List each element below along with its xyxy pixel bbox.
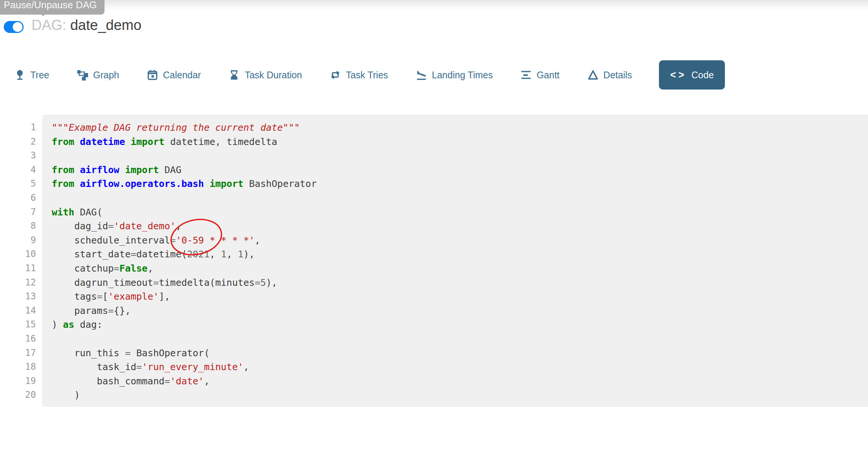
code-line: dagrun_timeout=timedelta(minutes=5), [52, 276, 864, 290]
tab-landing-times[interactable]: Landing Times [415, 60, 494, 90]
line-number: 4 [0, 163, 36, 177]
tab-details[interactable]: Details [587, 60, 633, 90]
tab-label: Calendar [163, 70, 201, 81]
code-line [52, 332, 864, 346]
code-line: task_id='run_every_minute', [52, 360, 864, 374]
dag-pause-toggle[interactable] [4, 21, 24, 33]
tab-label: Details [604, 70, 632, 81]
code-line: bash_command='date', [52, 374, 864, 388]
line-number: 12 [0, 276, 36, 290]
line-number: 7 [0, 205, 36, 220]
plane-landing-icon [416, 69, 427, 81]
code-line: with DAG( [52, 205, 864, 220]
tab-label: Graph [93, 70, 119, 81]
code-line: run_this = BashOperator( [52, 346, 864, 360]
graph-nodes-icon [77, 69, 88, 81]
code-brackets-icon: <> [670, 69, 687, 81]
line-number: 19 [0, 374, 36, 388]
code-line: ) [52, 388, 864, 402]
code-view: 1234567891011121314151617181920 """Examp… [0, 115, 868, 407]
code-line [52, 191, 864, 205]
code-line: params={}, [52, 304, 864, 318]
code-line: from datetime import datetime, timedelta [52, 135, 864, 149]
tab-label: Tree [30, 70, 49, 81]
tree-pin-icon [14, 69, 25, 81]
tab-calendar[interactable]: Calendar [146, 60, 202, 90]
line-number: 13 [0, 290, 36, 304]
code-line: tags=['example'], [52, 290, 864, 304]
line-number: 5 [0, 177, 36, 191]
code-line: from airflow.operators.bash import BashO… [52, 177, 864, 191]
line-number: 9 [0, 233, 36, 248]
triangle-icon [587, 69, 599, 81]
tab-graph[interactable]: Graph [76, 60, 120, 90]
page-title: DAG: date_demo [31, 17, 142, 33]
tab-label: Landing Times [432, 70, 493, 81]
pause-tooltip-text: Pause/Unpause DAG [4, 0, 97, 10]
repeat-icon [330, 69, 341, 81]
toggle-knob [13, 22, 22, 32]
line-number: 16 [0, 332, 36, 346]
code-line: dag_id='date_demo', [52, 219, 864, 233]
line-number: 17 [0, 346, 36, 360]
tab-code[interactable]: <>Code [659, 60, 725, 90]
code-line: catchup=False, [52, 261, 864, 276]
gantt-bars-icon [520, 69, 532, 81]
pause-tooltip: Pause/Unpause DAG [0, 0, 105, 15]
line-number: 18 [0, 360, 36, 374]
calendar-icon [147, 69, 158, 81]
top-fade-band [0, 0, 868, 10]
line-number: 20 [0, 388, 36, 402]
line-number: 1 [0, 121, 36, 135]
code-block[interactable]: """Example DAG returning the current dat… [42, 115, 868, 407]
tab-label: Task Tries [346, 70, 388, 81]
line-number: 14 [0, 304, 36, 318]
tab-label: Gantt [536, 70, 559, 81]
code-line: """Example DAG returning the current dat… [52, 121, 864, 135]
line-number: 6 [0, 191, 36, 205]
line-number: 10 [0, 247, 36, 261]
line-number: 2 [0, 135, 36, 149]
line-number: 15 [0, 318, 36, 332]
tab-task-tries[interactable]: Task Tries [329, 60, 389, 90]
tab-gantt[interactable]: Gantt [520, 60, 560, 90]
code-line: ) as dag: [52, 318, 864, 332]
tooltip-arrow [36, 10, 50, 16]
code-line [52, 149, 864, 163]
dag-label-prefix: DAG: [31, 17, 66, 33]
tab-task-duration[interactable]: Task Duration [228, 60, 303, 90]
tab-tree[interactable]: Tree [13, 60, 50, 90]
line-number: 8 [0, 219, 36, 233]
line-number-gutter: 1234567891011121314151617181920 [0, 115, 42, 407]
view-tabs: TreeGraphCalendarTask DurationTask Tries… [13, 60, 725, 90]
code-line: from airflow import DAG [52, 163, 864, 177]
line-number: 11 [0, 261, 36, 276]
tab-label: Task Duration [245, 70, 302, 81]
code-line: schedule_interval='0-59 * * * *', [52, 233, 864, 248]
hourglass-icon [229, 69, 240, 81]
line-number: 3 [0, 149, 36, 163]
tab-label: Code [692, 70, 714, 81]
dag-name: date_demo [70, 17, 141, 33]
code-line: start_date=datetime(2021, 1, 1), [52, 247, 864, 261]
